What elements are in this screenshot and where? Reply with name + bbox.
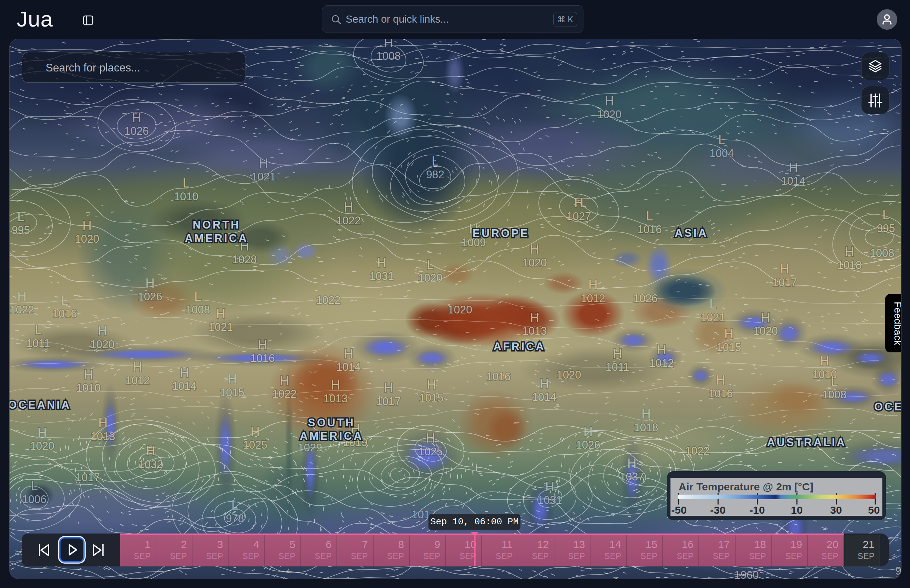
svg-text:1008: 1008 bbox=[186, 304, 210, 316]
svg-text:H: H bbox=[716, 373, 725, 388]
svg-text:1006: 1006 bbox=[22, 493, 47, 506]
svg-text:1016: 1016 bbox=[638, 223, 662, 236]
svg-text:1026: 1026 bbox=[576, 439, 600, 451]
svg-text:982: 982 bbox=[426, 168, 444, 181]
svg-text:1017: 1017 bbox=[76, 471, 100, 484]
svg-text:H: H bbox=[344, 200, 353, 215]
svg-text:978: 978 bbox=[895, 565, 901, 577]
svg-text:H: H bbox=[724, 326, 734, 341]
svg-text:H: H bbox=[259, 156, 268, 171]
svg-text:OCEANIA: OCEANIA bbox=[10, 399, 71, 411]
svg-text:1960: 1960 bbox=[734, 569, 759, 579]
svg-text:1020: 1020 bbox=[557, 369, 581, 381]
svg-text:1020: 1020 bbox=[753, 325, 778, 337]
svg-text:H: H bbox=[180, 365, 189, 380]
svg-text:1014: 1014 bbox=[532, 391, 556, 403]
svg-text:1013: 1013 bbox=[91, 430, 115, 443]
svg-text:H: H bbox=[588, 278, 598, 292]
svg-text:L: L bbox=[35, 323, 42, 337]
svg-text:H: H bbox=[780, 262, 789, 276]
svg-text:H: H bbox=[574, 195, 583, 210]
svg-text:H: H bbox=[761, 310, 770, 325]
svg-text:1021: 1021 bbox=[252, 171, 276, 183]
svg-text:1020: 1020 bbox=[90, 338, 115, 351]
svg-text:H: H bbox=[82, 218, 92, 233]
svg-text:1016: 1016 bbox=[487, 370, 511, 383]
svg-text:L: L bbox=[427, 257, 434, 272]
svg-text:1026: 1026 bbox=[124, 125, 149, 137]
svg-text:EUROPE: EUROPE bbox=[473, 227, 530, 239]
svg-text:1013: 1013 bbox=[522, 325, 547, 337]
svg-text:1012: 1012 bbox=[126, 374, 150, 387]
svg-text:1025: 1025 bbox=[243, 439, 267, 451]
svg-text:H: H bbox=[216, 306, 225, 321]
svg-text:H: H bbox=[384, 39, 393, 50]
svg-text:NORTH: NORTH bbox=[192, 219, 240, 231]
svg-text:H: H bbox=[251, 424, 260, 439]
svg-text:1011: 1011 bbox=[606, 361, 629, 373]
svg-text:H: H bbox=[99, 416, 108, 430]
svg-text:1011: 1011 bbox=[26, 337, 50, 349]
svg-text:OCEANIA: OCEANIA bbox=[874, 401, 901, 413]
svg-text:1016: 1016 bbox=[709, 388, 733, 400]
svg-text:1032: 1032 bbox=[139, 458, 163, 470]
svg-text:1025: 1025 bbox=[419, 446, 443, 458]
svg-text:H: H bbox=[545, 480, 554, 494]
svg-text:L: L bbox=[231, 498, 238, 512]
svg-text:1015: 1015 bbox=[220, 386, 244, 399]
svg-text:H: H bbox=[98, 324, 107, 338]
svg-text:1026: 1026 bbox=[138, 291, 162, 303]
svg-text:1014: 1014 bbox=[336, 361, 361, 373]
svg-text:1022: 1022 bbox=[10, 304, 34, 316]
svg-text:H: H bbox=[377, 255, 386, 270]
svg-text:L: L bbox=[646, 209, 653, 223]
svg-text:1021: 1021 bbox=[701, 311, 725, 324]
svg-text:H: H bbox=[530, 242, 539, 257]
svg-text:1012: 1012 bbox=[581, 292, 605, 305]
svg-text:H: H bbox=[145, 276, 155, 291]
svg-text:L: L bbox=[718, 132, 725, 147]
svg-text:1020: 1020 bbox=[448, 304, 472, 316]
svg-text:1020: 1020 bbox=[418, 272, 443, 284]
svg-text:978: 978 bbox=[226, 512, 244, 525]
svg-text:1022: 1022 bbox=[272, 388, 297, 400]
svg-text:1008: 1008 bbox=[377, 50, 401, 62]
svg-text:H: H bbox=[530, 310, 539, 325]
svg-text:AMERICA: AMERICA bbox=[185, 232, 248, 244]
svg-text:1029: 1029 bbox=[298, 441, 322, 454]
svg-text:L: L bbox=[31, 479, 38, 493]
svg-text:1022: 1022 bbox=[316, 294, 341, 306]
svg-text:1020: 1020 bbox=[597, 108, 622, 121]
svg-text:1018: 1018 bbox=[634, 422, 658, 434]
svg-text:H: H bbox=[657, 342, 666, 357]
svg-text:1020: 1020 bbox=[75, 233, 99, 245]
svg-text:H: H bbox=[37, 425, 47, 440]
svg-text:H: H bbox=[132, 110, 141, 125]
svg-text:H: H bbox=[384, 381, 393, 395]
svg-text:1014: 1014 bbox=[781, 175, 806, 187]
svg-text:H: H bbox=[258, 338, 267, 352]
svg-text:SOUTH: SOUTH bbox=[308, 417, 355, 429]
svg-text:H: H bbox=[344, 346, 353, 361]
svg-text:L: L bbox=[194, 289, 201, 304]
svg-text:H: H bbox=[605, 94, 614, 108]
svg-text:995: 995 bbox=[12, 224, 30, 236]
svg-text:L: L bbox=[183, 176, 190, 191]
svg-text:1022: 1022 bbox=[336, 215, 361, 227]
svg-text:H: H bbox=[280, 373, 289, 388]
svg-text:H: H bbox=[540, 376, 549, 391]
svg-text:AUSTRALIA: AUSTRALIA bbox=[767, 436, 846, 449]
svg-text:1020: 1020 bbox=[30, 440, 55, 452]
svg-text:L: L bbox=[17, 210, 24, 224]
svg-text:1015: 1015 bbox=[419, 392, 444, 404]
svg-text:H: H bbox=[613, 346, 622, 361]
svg-text:H: H bbox=[17, 289, 26, 304]
svg-text:1022: 1022 bbox=[685, 445, 710, 457]
svg-text:1016: 1016 bbox=[251, 352, 275, 364]
svg-text:995: 995 bbox=[877, 222, 895, 234]
svg-text:H: H bbox=[845, 244, 854, 259]
svg-text:L: L bbox=[883, 208, 889, 222]
svg-text:1010: 1010 bbox=[174, 191, 199, 203]
svg-text:H: H bbox=[133, 360, 142, 374]
svg-text:AFRICA: AFRICA bbox=[493, 340, 545, 353]
